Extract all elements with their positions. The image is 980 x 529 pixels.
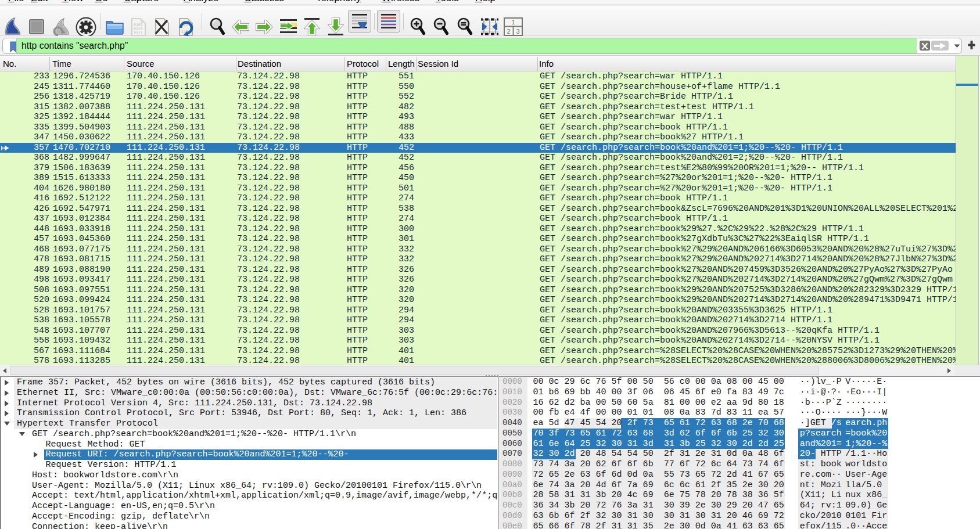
svg-text:0110: 0110 <box>134 27 143 31</box>
svg-text:0101: 0101 <box>134 23 143 27</box>
svg-text:0111: 0111 <box>134 31 143 35</box>
svg-text:2: 2 <box>507 28 511 35</box>
svg-text:3: 3 <box>516 28 520 35</box>
svg-text:1: 1 <box>512 19 515 26</box>
